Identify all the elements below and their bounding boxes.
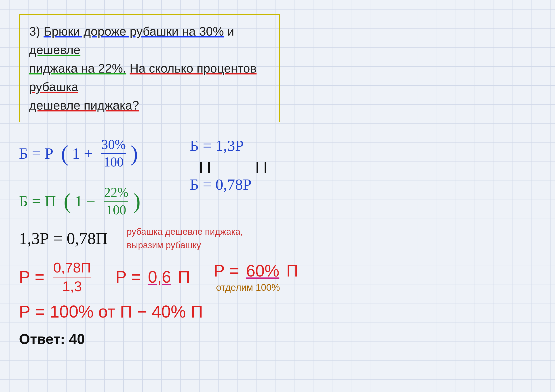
formulas-right: Б = 1,3Р || || Б = 0,78Р bbox=[190, 137, 308, 193]
close-paren-2: ) bbox=[133, 189, 140, 214]
annotation-rubashka: рубашка дешевле пиджака, выразим рубашку bbox=[127, 225, 243, 252]
answer-label: Ответ: bbox=[19, 331, 65, 347]
formula-b-r: Б = Р (1 + 30%100) bbox=[19, 137, 161, 170]
formula-p-0-6p: Р = 0,6 П bbox=[116, 268, 190, 286]
problem-text: 3) Брюки дороже рубашки на 30% и дешевле… bbox=[29, 22, 270, 114]
formula-1-3p-0-78p: 1,3Р = 0,78П bbox=[19, 229, 108, 248]
annotation-otdelim: отделим 100% bbox=[216, 282, 298, 293]
answer-section: Ответ: 40 bbox=[19, 331, 536, 347]
formulas-left: Б = Р (1 + 30%100) Б = П (1 − 22%100) bbox=[19, 137, 161, 218]
fraction-denom-1-3: 1,3 bbox=[62, 278, 82, 295]
open-paren-1: ( bbox=[61, 141, 68, 166]
fraction-0-78-1-3: 0,78П 1,3 bbox=[53, 259, 91, 295]
fraction-numer-0-78p: 0,78П bbox=[53, 259, 91, 277]
fraction-22-100: 22%100 bbox=[104, 185, 128, 218]
problem-bruki: Брюки дороже рубашки на 30% bbox=[44, 24, 224, 38]
answer-text: Ответ: 40 bbox=[19, 331, 536, 347]
answer-value: 40 bbox=[69, 331, 85, 347]
problem-question2: дешевле пиджака? bbox=[29, 98, 139, 112]
fraction-denom-100a: 100 bbox=[104, 154, 124, 170]
open-paren-2: ( bbox=[64, 189, 71, 214]
formula-b-0-78r: Б = 0,78Р bbox=[190, 176, 308, 193]
parallel-lines: || || bbox=[199, 159, 308, 173]
problem-pidzhaka: пиджака на 22%. bbox=[29, 61, 126, 75]
formula-p-60pct: Р = 60% П bbox=[214, 261, 298, 280]
fraction-numer-30: 30% bbox=[101, 137, 126, 154]
fraction-30-100: 30%100 bbox=[101, 137, 126, 170]
fraction-numer-22: 22% bbox=[104, 185, 128, 202]
formula-b-1-3r: Б = 1,3Р bbox=[190, 137, 308, 155]
formula-row-3: Р = 0,78П 1,3 Р = 0,6 П Р = 60% П отдели… bbox=[19, 259, 536, 295]
val-0-6: 0,6 bbox=[148, 268, 171, 286]
formula-p-100-40: Р = 100% от П − 40% П bbox=[19, 302, 203, 321]
problem-box: 3) Брюки дороже рубашки на 30% и дешевле… bbox=[19, 14, 280, 122]
page-content: 3) Брюки дороже рубашки на 30% и дешевле… bbox=[0, 0, 555, 361]
annotation-line-1: рубашка дешевле пиджака, bbox=[127, 225, 243, 239]
formula-p-60pct-group: Р = 60% П отделим 100% bbox=[214, 261, 298, 293]
formula-b-p: Б = П (1 − 22%100) bbox=[19, 185, 161, 218]
problem-number: 3) bbox=[29, 24, 40, 38]
problem-deshevle: дешевле bbox=[29, 43, 80, 57]
val-60pct: 60% bbox=[246, 261, 279, 280]
fraction-denom-100b: 100 bbox=[106, 202, 126, 218]
annotation-line-2: выразим рубашку bbox=[127, 239, 243, 252]
formula-row-1: Б = Р (1 + 30%100) Б = П (1 − 22%100) Б … bbox=[19, 137, 536, 218]
close-paren-1: ) bbox=[131, 141, 138, 166]
formula-row-4: Р = 100% от П − 40% П bbox=[19, 302, 536, 321]
formula-p-fraction: Р = 0,78П 1,3 bbox=[19, 259, 92, 295]
formula-row-2: 1,3Р = 0,78П рубашка дешевле пиджака, вы… bbox=[19, 225, 536, 252]
